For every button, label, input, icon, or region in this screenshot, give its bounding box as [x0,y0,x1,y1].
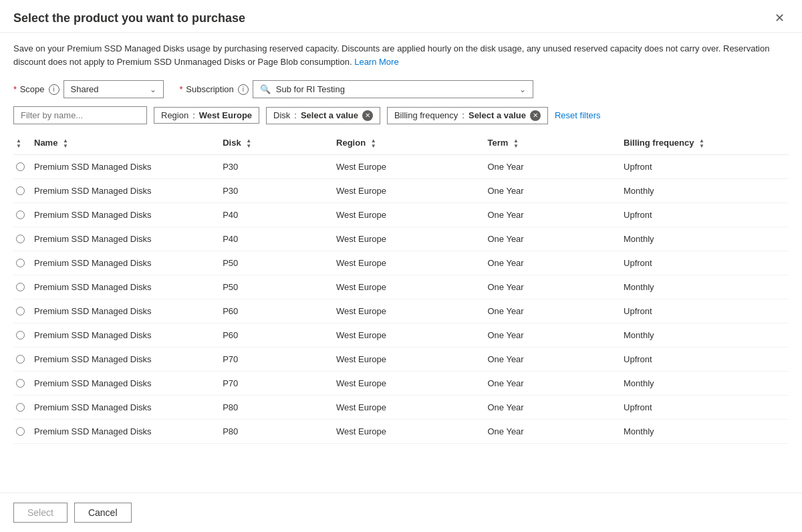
disk-filter-close-icon[interactable]: ✕ [362,110,373,121]
row-billing: Upfront [621,251,789,275]
reset-filters-button[interactable]: Reset filters [555,108,601,123]
col-billing[interactable]: Billing frequency ▲▼ [621,132,789,154]
row-region: West Europe [333,203,485,227]
row-billing: Monthly [621,419,789,443]
table-row[interactable]: Premium SSD Managed Disks P70 West Europ… [13,371,789,395]
row-radio-cell[interactable] [13,323,31,347]
row-term: One Year [485,154,621,178]
row-disk: P60 [220,323,333,347]
name-filter-input[interactable] [13,106,147,124]
product-table-container: ▲▼ Name ▲▼ Disk ▲▼ Region ▲▼ [0,132,802,493]
table-row[interactable]: Premium SSD Managed Disks P50 West Europ… [13,251,789,275]
col-billing-sort-icon: ▲▼ [699,138,704,149]
table-row[interactable]: Premium SSD Managed Disks P50 West Europ… [13,275,789,299]
scope-value: Shared [71,84,99,94]
row-radio-cell[interactable] [13,275,31,299]
col-select-sort: ▲▼ [16,138,21,149]
row-billing: Upfront [621,299,789,323]
region-filter-tag[interactable]: Region : West Europe [154,107,259,124]
col-name-sort-icon: ▲▼ [63,138,68,149]
row-radio-input[interactable] [16,379,25,388]
row-radio-input[interactable] [16,235,25,243]
row-name: Premium SSD Managed Disks [31,395,220,419]
controls-row: * Scope i Shared ⌄ * Subscription i 🔍 [0,75,802,106]
row-radio-input[interactable] [16,427,25,436]
subscription-field-group: * Subscription i 🔍 Sub for RI Testing ⌄ [180,80,533,98]
table-row[interactable]: Premium SSD Managed Disks P60 West Europ… [13,299,789,323]
billing-filter-tag[interactable]: Billing frequency : Select a value ✕ [387,107,548,124]
col-name[interactable]: Name ▲▼ [31,132,220,154]
row-term: One Year [485,227,621,251]
row-radio-input[interactable] [16,307,25,315]
row-radio-cell[interactable] [13,299,31,323]
row-name: Premium SSD Managed Disks [31,227,220,251]
dialog-header: Select the product you want to purchase … [0,0,802,33]
cancel-button[interactable]: Cancel [74,503,132,523]
table-row[interactable]: Premium SSD Managed Disks P80 West Europ… [13,395,789,419]
row-term: One Year [485,395,621,419]
row-radio-input[interactable] [16,283,25,291]
row-disk: P70 [220,347,333,371]
row-term: One Year [485,347,621,371]
row-radio-cell[interactable] [13,178,31,203]
row-radio-cell[interactable] [13,371,31,395]
row-radio-input[interactable] [16,162,25,171]
learn-more-link[interactable]: Learn More [354,57,398,67]
row-radio-cell[interactable] [13,227,31,251]
row-radio-cell[interactable] [13,419,31,443]
table-row[interactable]: Premium SSD Managed Disks P30 West Europ… [13,154,789,178]
row-radio-input[interactable] [16,355,25,364]
row-disk: P30 [220,178,333,203]
row-disk: P80 [220,395,333,419]
subscription-search-icon: 🔍 [260,84,271,94]
row-disk: P80 [220,419,333,443]
row-disk: P60 [220,299,333,323]
subscription-chevron-icon: ⌄ [519,85,526,94]
row-region: West Europe [333,419,485,443]
dialog-body: Save on your Premium SSD Managed Disks u… [0,33,802,532]
col-term[interactable]: Term ▲▼ [485,132,621,154]
row-name: Premium SSD Managed Disks [31,371,220,395]
scope-label: * Scope [13,84,45,94]
subscription-info-icon[interactable]: i [238,84,249,95]
row-radio-input[interactable] [16,211,25,219]
table-row[interactable]: Premium SSD Managed Disks P60 West Europ… [13,323,789,347]
row-radio-input[interactable] [16,403,25,412]
billing-filter-close-icon[interactable]: ✕ [530,110,541,121]
table-row[interactable]: Premium SSD Managed Disks P30 West Europ… [13,178,789,203]
row-radio-cell[interactable] [13,347,31,371]
row-radio-cell[interactable] [13,395,31,419]
table-row[interactable]: Premium SSD Managed Disks P40 West Europ… [13,227,789,251]
scope-required-star: * [13,84,17,94]
scope-chevron-icon: ⌄ [150,85,156,94]
table-row[interactable]: Premium SSD Managed Disks P70 West Europ… [13,347,789,371]
col-disk[interactable]: Disk ▲▼ [220,132,333,154]
row-term: One Year [485,275,621,299]
dialog-footer: Select Cancel [0,493,802,532]
subscription-dropdown[interactable]: 🔍 Sub for RI Testing ⌄ [253,80,533,98]
row-term: One Year [485,178,621,203]
product-table: ▲▼ Name ▲▼ Disk ▲▼ Region ▲▼ [13,132,789,444]
scope-info-icon[interactable]: i [49,84,59,95]
dialog-title: Select the product you want to purchase [13,11,245,25]
row-region: West Europe [333,371,485,395]
row-billing: Monthly [621,227,789,251]
filters-row: Region : West Europe Disk : Select a val… [0,106,802,132]
close-button[interactable]: ✕ [771,11,789,25]
table-row[interactable]: Premium SSD Managed Disks P80 West Europ… [13,419,789,443]
disk-filter-tag[interactable]: Disk : Select a value ✕ [266,107,380,124]
col-region[interactable]: Region ▲▼ [333,132,485,154]
table-row[interactable]: Premium SSD Managed Disks P40 West Europ… [13,203,789,227]
row-billing: Monthly [621,371,789,395]
row-radio-cell[interactable] [13,251,31,275]
scope-dropdown[interactable]: Shared ⌄ [63,80,164,98]
row-region: West Europe [333,154,485,178]
row-region: West Europe [333,323,485,347]
scope-field-group: * Scope i Shared ⌄ [13,80,164,98]
row-radio-input[interactable] [16,186,25,195]
row-radio-input[interactable] [16,259,25,267]
row-billing: Upfront [621,154,789,178]
row-radio-input[interactable] [16,331,25,340]
row-radio-cell[interactable] [13,203,31,227]
row-radio-cell[interactable] [13,154,31,178]
